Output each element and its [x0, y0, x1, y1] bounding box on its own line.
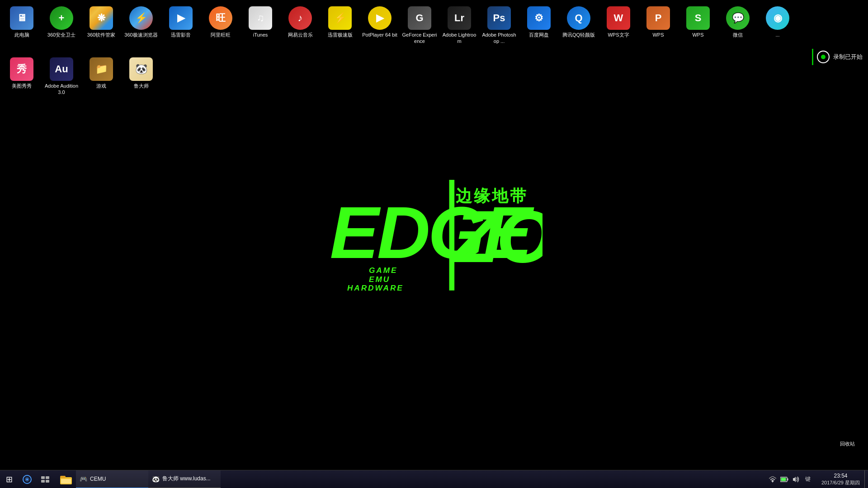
icon-image-potplayer: ▶ [368, 6, 392, 30]
desktop-icon-ludashi[interactable]: 🐼鲁大师 [121, 55, 161, 92]
desktop-icon-xljisu[interactable]: ⚡迅雷极速版 [320, 4, 360, 41]
clock-date: 2017/6/29 星期四 [821, 479, 860, 486]
desktop-icon-wpsw[interactable]: WWPS文字 [599, 4, 638, 41]
desktop-icon-itunes[interactable]: ♫iTunes [241, 4, 280, 41]
desktop-icon-360soft[interactable]: ❋360软件管家 [81, 4, 121, 41]
icon-image-wpss: S [686, 6, 710, 30]
svg-rect-12 [41, 480, 45, 483]
svg-point-9 [26, 479, 28, 480]
taskbar-running-cemu[interactable]: 🎮 CEMU [76, 470, 148, 488]
icon-image-xunlei: ▶ [169, 6, 193, 30]
icon-row-2: 秀美图秀秀AuAdobe Audition 3.0📁游戏🐼鲁大师 [0, 51, 799, 102]
desktop-icon-xunlei[interactable]: ▶迅雷影音 [161, 4, 201, 41]
svg-rect-18 [788, 478, 788, 480]
desktop-icon-360safe[interactable]: +360安全卫士 [42, 4, 81, 41]
recycle-bin-label: 回收站 [840, 441, 855, 447]
desktop-icons: 🖥此电脑+360安全卫士❋360软件管家⚡360极速浏览器▶迅雷影音旺阿里旺旺♫… [0, 0, 799, 102]
taskbar-running-ludashi[interactable]: 🐼 鲁大师 www.ludas... [148, 470, 221, 488]
desktop-icon-ps[interactable]: PsAdobe Photoshop ... [479, 4, 519, 47]
icon-label-wx: 微信 [733, 32, 743, 38]
desktop-icon-lr[interactable]: LrAdobe Lightroom [439, 4, 479, 47]
icon-label-xljisu: 迅雷极速版 [328, 32, 353, 38]
icon-label-ludashi: 鲁大师 [134, 83, 149, 89]
svg-rect-16 [61, 479, 71, 483]
desktop-icon-pc[interactable]: 🖥此电脑 [2, 4, 42, 41]
desktop-icon-360browser[interactable]: ⚡360极速浏览器 [121, 4, 161, 41]
icon-label-aliww: 阿里旺旺 [211, 32, 231, 38]
recording-indicator: 录制已开始 [812, 49, 868, 65]
start-button[interactable]: ⊞ [0, 470, 18, 488]
icon-label-qq: 腾讯QQ轻颜版 [562, 32, 595, 38]
clock-time: 23:54 [834, 473, 847, 480]
icon-image-xljisu: ⚡ [328, 6, 352, 30]
desktop-icon-qq[interactable]: Q腾讯QQ轻颜版 [559, 4, 599, 41]
icon-image-baidu: ⚙ [527, 6, 551, 30]
desktop-icon-audition[interactable]: AuAdobe Audition 3.0 [42, 55, 81, 99]
cemu-icon: 🎮 [80, 475, 87, 483]
icon-label-360soft: 360软件管家 [87, 32, 115, 38]
icon-label-pc: 此电脑 [14, 32, 29, 38]
desktop-icon-aliww[interactable]: 旺阿里旺旺 [201, 4, 241, 41]
desktop-icon-meituxiuxiu[interactable]: 秀美图秀秀 [2, 55, 42, 92]
icon-image-aliww: 旺 [209, 6, 232, 30]
desktop-icon-wx[interactable]: 💬微信 [718, 4, 758, 41]
ludashi-icon: 🐼 [152, 475, 160, 483]
icon-label-wpsp: WPS [652, 32, 664, 38]
icon-image-itunes: ♫ [249, 6, 272, 30]
svg-rect-13 [46, 480, 49, 483]
svg-text:GAME: GAME [369, 266, 397, 275]
cortana-button[interactable] [18, 470, 36, 488]
icon-row-1: 🖥此电脑+360安全卫士❋360软件管家⚡360极速浏览器▶迅雷影音旺阿里旺旺♫… [0, 0, 799, 51]
svg-text:EMU: EMU [369, 275, 390, 284]
icon-label-360safe: 360安全卫士 [47, 32, 75, 38]
task-view-button[interactable] [36, 470, 54, 488]
recycle-bin-icon[interactable]: 🗑 回收站 [835, 417, 859, 447]
svg-rect-11 [46, 476, 49, 479]
desktop-icon-more[interactable]: ◉... [758, 4, 797, 41]
recycle-bin-image: 🗑 [835, 417, 859, 441]
recording-label: 录制已开始 [833, 53, 863, 61]
svg-rect-10 [41, 476, 45, 479]
system-tray: 键 [764, 470, 817, 488]
icon-label-itunes: iTunes [253, 32, 268, 38]
desktop-icon-potplayer[interactable]: ▶PotPlayer 64 bit [360, 4, 400, 41]
icon-label-geforce: GeForce Experience [401, 32, 438, 45]
desktop-icon-baidu[interactable]: ⚙百度网盘 [519, 4, 559, 41]
taskbar-clock[interactable]: 23:54 2017/6/29 星期四 [817, 470, 864, 488]
desktop-icon-wpsp[interactable]: PWPS [638, 4, 678, 41]
desktop-icon-geforce[interactable]: GGeForce Experience [400, 4, 439, 47]
icon-image-wx: 💬 [726, 6, 750, 30]
tray-volume-icon[interactable] [791, 470, 802, 488]
icon-image-pc: 🖥 [10, 6, 33, 30]
icon-label-xunlei: 迅雷影音 [171, 32, 191, 38]
icon-image-360safe: + [50, 6, 73, 30]
tray-ime-icon[interactable]: 键 [802, 470, 813, 488]
svg-text:ZONE: ZONE [452, 195, 542, 278]
show-desktop-button[interactable] [864, 470, 868, 488]
icon-label-360browser: 360极速浏览器 [124, 32, 157, 38]
icon-image-wpsp: P [646, 6, 670, 30]
icon-image-wpsw: W [607, 6, 630, 30]
desktop-icon-wpss[interactable]: SWPS [678, 4, 718, 41]
svg-rect-19 [781, 478, 786, 481]
tray-network-icon[interactable] [767, 470, 778, 488]
icon-label-games: 游戏 [96, 83, 106, 89]
recording-icon [817, 51, 830, 63]
desktop: 🖥此电脑+360安全卫士❋360软件管家⚡360极速浏览器▶迅雷影音旺阿里旺旺♫… [0, 0, 868, 470]
icon-label-audition: Adobe Audition 3.0 [43, 83, 80, 96]
icon-image-audition: Au [50, 57, 73, 81]
cemu-label: CEMU [90, 476, 106, 482]
icon-image-qq: Q [567, 6, 590, 30]
taskbar-pin-explorer[interactable] [56, 470, 76, 488]
recording-dot [821, 55, 826, 59]
svg-rect-1 [449, 180, 455, 291]
tray-battery-icon[interactable] [779, 470, 790, 488]
icon-image-more: ◉ [766, 6, 789, 30]
svg-text:HARDWARE: HARDWARE [347, 283, 404, 292]
desktop-icon-wymusic[interactable]: ♪网易云音乐 [280, 4, 320, 41]
icon-image-games: 📁 [90, 57, 113, 81]
icon-label-wpsw: WPS文字 [608, 32, 629, 38]
icon-image-lr: Lr [448, 6, 471, 30]
desktop-icon-games[interactable]: 📁游戏 [81, 55, 121, 92]
icon-image-ludashi: 🐼 [129, 57, 153, 81]
